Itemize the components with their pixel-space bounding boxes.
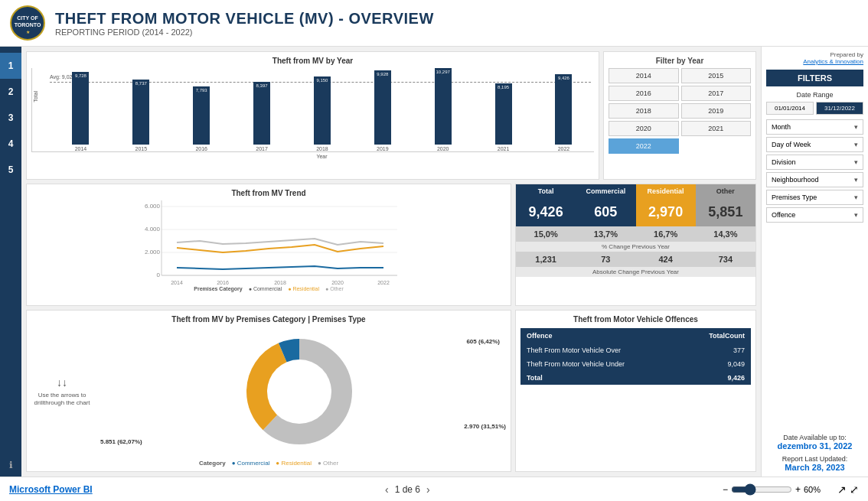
sidebar-item-3[interactable]: 3	[0, 105, 21, 131]
date-end-input[interactable]: 31/12/2022	[816, 102, 863, 115]
year-filter-btn[interactable]: 2022	[609, 138, 679, 154]
bar[interactable]: 7,793	[193, 86, 210, 145]
filter-dropdown-division[interactable]: Division▾	[766, 155, 863, 170]
bar-year-label: 2014	[75, 146, 87, 151]
bar-value-label: 9,426	[558, 76, 569, 80]
year-filter-btn[interactable]: 2014	[609, 68, 679, 83]
donut-legend-residential: ● Residential	[276, 460, 312, 467]
analytics-link[interactable]: Analytics & Innovation	[766, 58, 863, 65]
filters-sidebar: Prepared by Analytics & Innovation FILTE…	[761, 47, 868, 477]
stats-abs-row: 1,231 73 424 734	[516, 252, 755, 267]
bar[interactable]: 9,426	[555, 74, 572, 145]
bar[interactable]: 9,928	[374, 70, 391, 145]
filter-dropdown-premises-type[interactable]: Premises Type▾	[766, 190, 863, 205]
dropdown-chevron-icon: ▾	[854, 194, 858, 201]
stats-panel: Total Commercial Residential Other 9,426…	[515, 184, 756, 306]
sidebar-item-2[interactable]: 2	[0, 79, 21, 105]
offences-table-row: Theft From Motor Vehicle Under9,049	[520, 357, 751, 371]
stats-values-row: 9,426 605 2,970 5,851	[516, 198, 755, 226]
pct-change-label: % Change Previous Year	[516, 242, 755, 252]
year-filter-btn[interactable]: 2015	[681, 68, 752, 83]
stats-other-val: 5,851	[696, 198, 755, 226]
offences-table: Offence TotalCount Theft From Motor Vehi…	[520, 328, 751, 385]
powerbi-link[interactable]: Microsoft Power BI	[9, 484, 93, 495]
donut-legend-commercial: ● Commercial	[232, 460, 270, 467]
bar-year-label: 2016	[195, 146, 207, 151]
bar-year-label: 2021	[498, 146, 510, 151]
offence-count-cell: 9,426	[681, 371, 751, 385]
svg-text:2022: 2022	[377, 280, 390, 285]
filter-dropdown-neighbourhood[interactable]: Neighbourhood▾	[766, 172, 863, 187]
stats-headers: Total Commercial Residential Other	[516, 184, 755, 198]
svg-text:4.000: 4.000	[145, 226, 161, 233]
nav-controls: ‹ 1 de 6 ›	[385, 483, 430, 496]
filter-dropdown-month[interactable]: Month▾	[766, 119, 863, 135]
stats-commercial-pct: 13,7%	[576, 226, 635, 242]
year-filter-btn[interactable]: 2018	[609, 103, 679, 119]
svg-text:2014: 2014	[171, 280, 183, 285]
filter-dropdown-day-of-week[interactable]: Day of Week▾	[766, 137, 863, 152]
bar[interactable]: 9,728	[72, 72, 89, 145]
zoom-minus-icon[interactable]: −	[723, 484, 728, 495]
year-filter-btn[interactable]: 2016	[609, 86, 679, 101]
bar[interactable]: 10,297	[435, 68, 452, 145]
share-icon[interactable]: ↗	[837, 483, 847, 496]
filter-by-year-panel: Filter by Year 2014201520162017201820192…	[603, 51, 756, 180]
nav-prev-btn[interactable]: ‹	[385, 483, 389, 496]
dropdown-chevron-icon: ▾	[854, 141, 858, 148]
stats-pct-row: 15,0% 13,7% 16,7% 14,3%	[516, 226, 755, 242]
zoom-controls: − + 60% ↗ ⤢	[723, 483, 859, 496]
year-filter-btn[interactable]: 2019	[681, 103, 752, 119]
stats-total-pct: 15,0%	[516, 226, 576, 242]
trend-chart-panel: Theft from MV Trend 6.000 4.000 2.000 0	[26, 184, 511, 306]
trend-legend-label: Premises Category	[194, 286, 242, 291]
bar[interactable]: 8,397	[253, 82, 270, 145]
stats-other-header: Other	[696, 184, 755, 198]
bar-group: 8,7372015	[132, 80, 149, 151]
filter-label: Division	[772, 158, 796, 166]
zoom-plus-icon[interactable]: +	[795, 484, 801, 495]
abs-change-label: Absolute Change Previous Year	[516, 267, 755, 277]
sidebar-item-4[interactable]: 4	[0, 131, 21, 157]
stats-commercial-val: 605	[576, 198, 635, 226]
year-filter-btn[interactable]: 2020	[609, 121, 679, 136]
offences-table-panel: Theft from Motor Vehicle Offences Offenc…	[515, 310, 756, 472]
svg-text:2018: 2018	[274, 280, 286, 285]
donut-label-residential: 2.970 (31,51%)	[464, 423, 506, 430]
bar[interactable]: 8,195	[495, 83, 512, 145]
donut-hint: ↓↓ Use the arrows to drillthrough the ch…	[31, 376, 93, 408]
date-start-input[interactable]: 01/01/2014	[766, 102, 814, 115]
year-filter-btn[interactable]: 2021	[681, 121, 752, 136]
bar[interactable]: 8,737	[132, 80, 149, 145]
bar-value-label: 9,150	[316, 78, 328, 83]
stats-commercial-header: Commercial	[576, 184, 635, 198]
bottom-bar: Microsoft Power BI ‹ 1 de 6 › − + 60% ↗ …	[0, 477, 868, 501]
offences-tbody: Theft From Motor Vehicle Over377Theft Fr…	[520, 343, 751, 385]
sidebar-item-5[interactable]: 5	[0, 157, 21, 183]
filter-dropdown-offence[interactable]: Offence▾	[766, 207, 863, 223]
sidebar-item-1[interactable]: 1	[0, 53, 21, 79]
filter-label: Month	[772, 123, 791, 131]
offences-table-row: Theft From Motor Vehicle Over377	[520, 343, 751, 357]
filter-label: Day of Week	[772, 141, 811, 148]
nav-next-btn[interactable]: ›	[426, 483, 430, 496]
bar-group: 8,1952021	[495, 83, 512, 151]
donut-hint-text: Use the arrows to drillthrough the chart	[31, 392, 93, 408]
filter-label: Offence	[772, 211, 795, 219]
bar[interactable]: 9,150	[314, 76, 331, 145]
offences-table-row: Total9,426	[520, 371, 751, 385]
zoom-slider[interactable]	[731, 483, 792, 496]
year-filter-grid: 201420152016201720182019202020212022	[609, 68, 751, 154]
fullscreen-icon[interactable]: ⤢	[850, 483, 859, 496]
donut-svg-container: 605 (6,42%) 2.970 (31,51%) 5.851 (62,07%…	[93, 330, 506, 453]
bar-group: 9,1502018	[314, 76, 331, 151]
offences-col-count: TotalCount	[681, 328, 751, 343]
donut-legend-label: Category	[199, 460, 226, 467]
dropdown-chevron-icon: ▾	[854, 123, 858, 131]
title-block: THEFT FROM MOTOR VEHICLE (MV) - OVERVIEW…	[55, 10, 434, 37]
year-filter-btn[interactable]: 2017	[681, 86, 752, 101]
bar-year-label: 2018	[316, 146, 328, 151]
info-icon[interactable]: ℹ	[9, 460, 13, 470]
stats-commercial-abs: 73	[576, 252, 635, 267]
stats-total-val: 9,426	[516, 198, 576, 226]
